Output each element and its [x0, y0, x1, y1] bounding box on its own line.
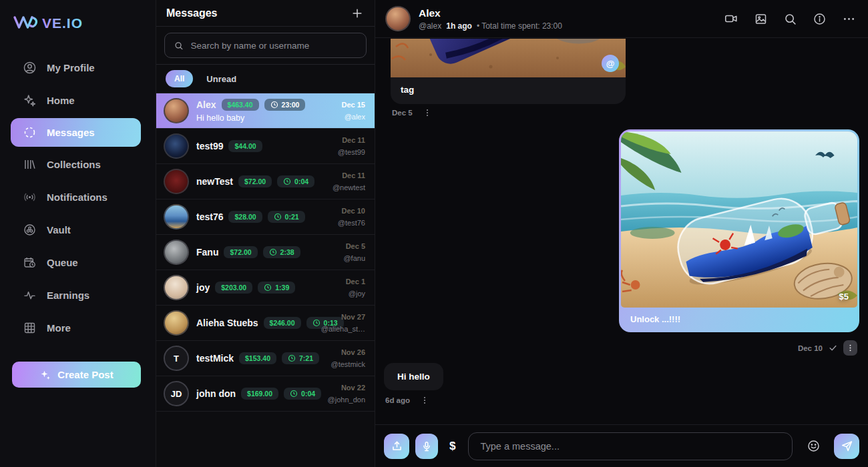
clock-icon [290, 390, 298, 398]
broadcast-icon [23, 190, 37, 204]
send-icon [841, 440, 853, 452]
calendar-clock-icon [23, 256, 37, 270]
conversation-date: Dec 5 [346, 242, 365, 250]
conversation-name: test99 [196, 141, 223, 151]
kebab-icon [423, 108, 432, 117]
unlock-label[interactable]: Unlock ...!!!! [621, 308, 857, 330]
search-input[interactable] [190, 41, 357, 51]
clock-icon [269, 248, 277, 256]
sidebar-item-earnings[interactable]: Earnings [0, 279, 156, 312]
chat-time-spent: • Total time spent: 23:00 [477, 21, 562, 31]
conversation-name: test76 [196, 211, 223, 222]
create-post-label: Create Post [57, 369, 113, 380]
conversation-date: Dec 11 [342, 136, 365, 144]
filter-all[interactable]: All [166, 70, 193, 87]
info-icon [813, 12, 827, 26]
conversation-row-fanu[interactable]: Fanu $72.00 2:38 Dec 5 @fanu [156, 235, 375, 270]
amount-badge: $44.00 [228, 140, 262, 152]
conversation-username: @alex [345, 113, 365, 121]
sidebar-item-more[interactable]: More [0, 312, 156, 344]
beach-bottle-image [621, 131, 857, 308]
microphone-icon [421, 440, 433, 452]
emoji-button[interactable] [807, 439, 821, 453]
conversation-row-testmick[interactable]: T testMick $153.40 7:21 Nov 26 @testmick [156, 341, 375, 376]
chat-messages: @ tag Dec 5 [375, 39, 868, 424]
library-icon [23, 157, 37, 171]
search-chat-button[interactable] [783, 12, 797, 26]
filter-unread[interactable]: Unread [206, 74, 236, 84]
conversation-row-johndon[interactable]: JD john don $169.00 0:04 Nov 22 @john_do… [156, 376, 375, 412]
locked-content-image: $5 [621, 131, 857, 308]
sidebar-item-collections[interactable]: Collections [0, 148, 156, 181]
sidebar-item-messages[interactable]: Messages [11, 118, 141, 147]
kebab-icon [420, 396, 429, 405]
sidebar-item-my-profile[interactable]: My Profile [0, 51, 156, 84]
wave-logo: VE.IO [12, 13, 156, 34]
smiley-icon [807, 439, 821, 453]
message-timestamp-row: Dec 5 [392, 108, 432, 117]
gallery-button[interactable] [754, 12, 768, 26]
chat-username: @alex [419, 21, 441, 31]
sidebar-item-label: Vault [47, 224, 71, 236]
sidebar-item-label: Queue [47, 257, 78, 268]
sidebar-item-label: My Profile [47, 62, 95, 73]
sidebar-item-home[interactable]: Home [0, 84, 156, 117]
avatar [164, 133, 189, 159]
message-input[interactable] [468, 432, 793, 460]
conversation-name: joy [196, 282, 210, 293]
sidebar-item-label: Collections [47, 159, 101, 170]
duration-badge: 2:38 [263, 246, 300, 258]
amount-badge: $203.00 [215, 282, 252, 294]
info-button[interactable] [813, 12, 827, 26]
conversations-panel: Messages All Unread Alex $463.40 [156, 0, 375, 467]
amount-badge: $72.00 [238, 175, 272, 187]
search-box[interactable] [164, 33, 367, 58]
conversation-username: @alieha_st… [321, 325, 365, 333]
conversation-username: @test99 [338, 148, 365, 156]
upload-button[interactable] [384, 434, 409, 459]
message-menu-button[interactable] [423, 108, 432, 117]
chat-avatar [385, 6, 411, 31]
create-post-button[interactable]: Create Post [12, 362, 141, 388]
more-options-button[interactable] [842, 12, 856, 26]
conversation-row-alex[interactable]: Alex $463.40 23:00 Hi hello baby Dec 15 … [156, 93, 375, 129]
tip-button[interactable]: $ [449, 440, 455, 453]
duration-badge: 0:04 [284, 388, 321, 400]
sidebar-item-notifications[interactable]: Notifications [0, 181, 156, 213]
conversation-preview: Hi hello baby [196, 113, 335, 123]
vault-icon [23, 223, 37, 237]
new-message-button[interactable] [351, 7, 364, 20]
conversation-row-joy[interactable]: joy $203.00 1:39 Dec 1 @joy [156, 270, 375, 306]
sidebar-item-label: More [47, 322, 71, 334]
conversation-row-test76[interactable]: test76 $28.00 0:21 Dec 10 @test76 [156, 199, 375, 235]
conversations-title: Messages [166, 7, 218, 19]
conversation-row-alieha[interactable]: Alieha Stuebs $246.00 0:13 Nov 27 @alieh… [156, 306, 375, 341]
message-menu-button[interactable] [420, 396, 429, 405]
avatar: T [164, 346, 189, 371]
conversation-row-test99[interactable]: test99 $44.00 Dec 11 @test99 [156, 129, 375, 164]
clock-icon [264, 284, 272, 292]
message-menu-button[interactable] [843, 340, 857, 356]
video-call-button[interactable] [724, 11, 738, 26]
dashed-circle-icon [23, 125, 37, 139]
clock-icon [288, 354, 296, 362]
image-icon [754, 12, 768, 26]
voice-message-button[interactable] [415, 434, 438, 459]
chat-last-active: 1h ago [446, 21, 472, 31]
message-bubble-text: Hi hello [384, 363, 443, 390]
locked-content-card[interactable]: $5 Unlock ...!!!! [619, 129, 859, 332]
amount-badge: $72.00 [224, 246, 257, 258]
message-date: Dec 10 [798, 344, 823, 352]
message-caption: tag [391, 77, 626, 104]
message-image[interactable]: @ [391, 39, 626, 77]
conversation-name: john don [196, 388, 236, 399]
sidebar-item-vault[interactable]: Vault [0, 213, 156, 246]
sidebar-item-queue[interactable]: Queue [0, 246, 156, 279]
message-timestamp-row: 6d ago [385, 396, 429, 405]
tag-badge[interactable]: @ [602, 55, 619, 72]
conversation-date: Nov 27 [341, 313, 365, 321]
message-bubble-image: @ tag [391, 39, 626, 104]
send-button[interactable] [834, 434, 859, 459]
conversation-row-newtest[interactable]: newTest $72.00 0:04 Dec 11 @newtest [156, 164, 375, 199]
conversation-name: newTest [196, 176, 233, 187]
